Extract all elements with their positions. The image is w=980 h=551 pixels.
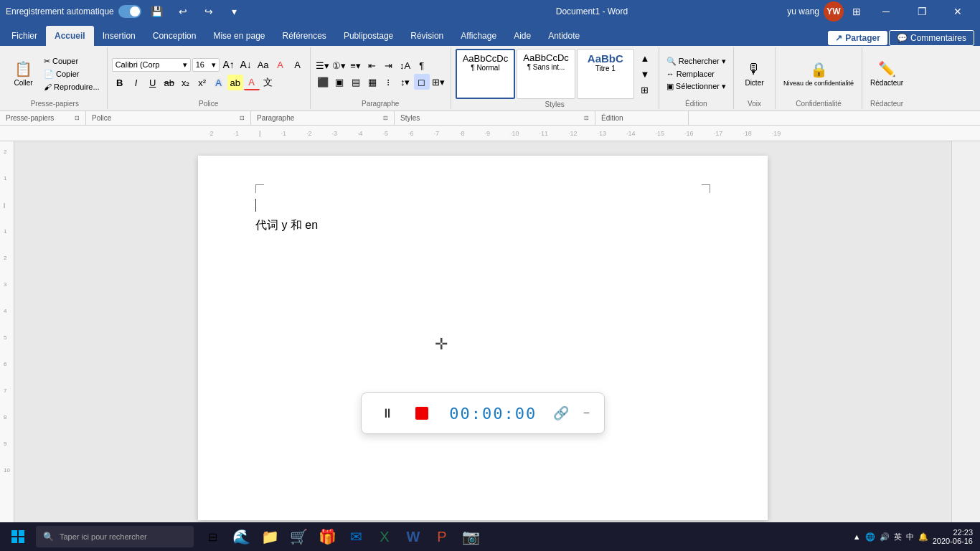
align-left-button[interactable]: ⬛ xyxy=(315,74,331,90)
decrease-indent-button[interactable]: ⇤ xyxy=(364,57,380,73)
layout-icon[interactable]: ⊞ xyxy=(847,1,867,22)
tab-insertion[interactable]: Insertion xyxy=(94,26,144,46)
expand-presse-icon[interactable]: ⊡ xyxy=(75,115,80,121)
comments-button[interactable]: 💬 Commentaires xyxy=(889,30,974,46)
clear-format-button[interactable]: A xyxy=(273,57,288,72)
expand-police-icon[interactable]: ⊡ xyxy=(240,115,245,121)
camera-icon[interactable]: 📷 xyxy=(458,524,484,550)
copier-button[interactable]: 📄 Copier xyxy=(41,68,103,80)
network-icon[interactable]: 🌐 xyxy=(865,532,875,542)
volume-icon[interactable]: 🔊 xyxy=(880,532,890,542)
link-icon[interactable]: 🔗 xyxy=(553,405,569,421)
style-titre1[interactable]: AaBbC Titre 1 xyxy=(577,49,634,99)
change-case-button[interactable]: Aa xyxy=(255,57,271,72)
task-view-button[interactable]: ⊟ xyxy=(199,524,225,550)
minimize-button[interactable]: ─ xyxy=(870,0,903,23)
tab-mise-en-page[interactable]: Mise en page xyxy=(204,26,273,46)
sys-tray-up[interactable]: ▲ xyxy=(853,532,861,541)
customize-icon[interactable]: ▾ xyxy=(225,1,245,22)
tab-aide[interactable]: Aide xyxy=(505,26,540,46)
bold-button[interactable]: B xyxy=(112,75,128,90)
style-sans-inter[interactable]: AaBbCcDc ¶ Sans int... xyxy=(517,49,575,99)
numbering-button[interactable]: ①▾ xyxy=(331,57,347,73)
decrease-font-button[interactable]: A↓ xyxy=(238,57,254,72)
restore-button[interactable]: ❐ xyxy=(905,0,938,23)
font-size-selector[interactable]: 16 ▾ xyxy=(192,58,220,72)
line-spacing-button[interactable]: ↕▾ xyxy=(397,74,413,90)
shading-button[interactable]: ◻ xyxy=(414,74,430,90)
style-normal[interactable]: AaBbCcDc ¶ Normal xyxy=(456,49,516,99)
lang-icon[interactable]: 中 xyxy=(906,532,914,542)
coller-button[interactable]: 📋 Coller xyxy=(7,52,39,95)
minimize-widget-button[interactable]: − xyxy=(583,407,590,420)
align-center-button[interactable]: ▣ xyxy=(331,74,347,90)
border-button[interactable]: ⊞▾ xyxy=(430,74,446,90)
doc-area[interactable]: 代词 y 和 en ✛ ⏸ 00:00:00 🔗 − xyxy=(14,141,951,534)
rechercher-button[interactable]: 🔍 Rechercher ▾ xyxy=(664,55,729,67)
notification-icon[interactable]: 🔔 xyxy=(918,532,928,542)
redacteur-button[interactable]: ✏️ Rédacteur xyxy=(867,52,907,95)
undo-icon[interactable]: ↩ xyxy=(173,1,193,22)
underline-button[interactable]: U xyxy=(145,75,161,90)
confidentialite-button[interactable]: 🔒 Niveau de confidentialité xyxy=(780,52,857,95)
powerpoint-icon[interactable]: P xyxy=(429,524,455,550)
justify-button[interactable]: ▦ xyxy=(364,74,380,90)
columns-button[interactable]: ⫶ xyxy=(381,74,397,90)
tab-references[interactable]: Références xyxy=(274,26,335,46)
promo-icon[interactable]: 🎁 xyxy=(314,524,340,550)
expand-para-icon[interactable]: ⊡ xyxy=(383,115,388,121)
autosave-switch[interactable] xyxy=(118,5,141,18)
word-icon[interactable]: W xyxy=(400,524,426,550)
sort-button[interactable]: ↕A xyxy=(397,57,413,73)
font-color-button[interactable]: A xyxy=(244,75,260,90)
selectionner-button[interactable]: ▣ Sélectionner ▾ xyxy=(664,80,729,93)
reproduire-button[interactable]: 🖌 Reproduire... xyxy=(41,81,103,93)
explorer-icon[interactable]: 📁 xyxy=(257,524,283,550)
tab-revision[interactable]: Révision xyxy=(402,26,452,46)
excel-icon[interactable]: X xyxy=(372,524,397,550)
tab-conception[interactable]: Conception xyxy=(144,26,205,46)
doc-content[interactable]: 代词 y 和 en xyxy=(255,199,710,233)
pause-button[interactable]: ⏸ xyxy=(376,402,399,425)
share-button[interactable]: ↗ Partager xyxy=(828,31,887,45)
superscript-button[interactable]: x² xyxy=(194,75,210,90)
styles-scroll-down[interactable]: ▼ xyxy=(637,66,653,82)
tab-fichier[interactable]: Fichier xyxy=(3,26,46,46)
phonetic-button[interactable]: 文 xyxy=(260,75,276,90)
increase-indent-button[interactable]: ⇥ xyxy=(381,57,397,73)
strikethrough-button[interactable]: ab xyxy=(161,75,177,90)
tab-accueil[interactable]: Accueil xyxy=(46,26,94,46)
align-right-button[interactable]: ▤ xyxy=(348,74,364,90)
store-icon[interactable]: 🛒 xyxy=(286,524,311,550)
text-highlight-button[interactable]: ab xyxy=(227,75,243,90)
save-icon[interactable]: 💾 xyxy=(147,1,167,22)
document-text[interactable]: 代词 y 和 en xyxy=(255,218,710,233)
stop-button[interactable] xyxy=(410,402,433,425)
dicter-button[interactable]: 🎙 Dicter xyxy=(738,52,771,95)
close-button[interactable]: ✕ xyxy=(941,0,974,23)
font-name-selector[interactable]: Calibri (Corp ▾ xyxy=(112,58,191,72)
edge-icon[interactable]: 🌊 xyxy=(228,524,254,550)
italic-button[interactable]: I xyxy=(128,75,144,90)
taskbar-search-box[interactable]: 🔍 Taper ici pour rechercher xyxy=(36,526,194,547)
tab-affichage[interactable]: Affichage xyxy=(452,26,505,46)
bullets-button[interactable]: ☰▾ xyxy=(315,57,331,73)
styles-expand[interactable]: ⊞ xyxy=(637,82,653,98)
expand-styles-icon[interactable]: ⊡ xyxy=(584,115,589,121)
tab-antidote[interactable]: Antidote xyxy=(540,26,588,46)
clock[interactable]: 22:23 2020-06-16 xyxy=(933,528,973,545)
increase-font-button[interactable]: A↑ xyxy=(221,57,237,72)
start-button[interactable] xyxy=(0,522,36,551)
remplacer-button[interactable]: ↔ Remplacer xyxy=(664,68,729,80)
subscript-button[interactable]: x₂ xyxy=(178,75,194,90)
autosave-toggle[interactable]: Enregistrement automatique xyxy=(6,5,141,18)
char-style-button[interactable]: A xyxy=(290,57,306,72)
tab-publipostage[interactable]: Publipostage xyxy=(335,26,402,46)
redo-icon[interactable]: ↪ xyxy=(199,1,219,22)
input-method[interactable]: 英 xyxy=(894,532,902,542)
pilcrow-button[interactable]: ¶ xyxy=(414,57,430,73)
text-effect-button[interactable]: A xyxy=(211,75,227,90)
multilevel-button[interactable]: ≡▾ xyxy=(348,57,364,73)
mail-icon[interactable]: ✉ xyxy=(343,524,369,550)
styles-scroll-up[interactable]: ▲ xyxy=(637,50,653,66)
